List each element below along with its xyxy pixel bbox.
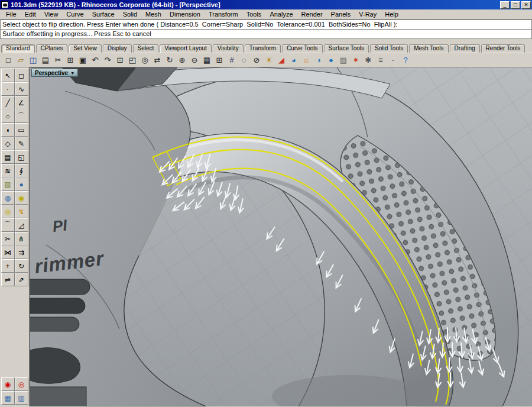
menu-analyze[interactable]: Analyze (265, 10, 297, 18)
viewport-menu-arrow-icon[interactable]: ▼ (70, 71, 74, 75)
command-prompt-line[interactable]: Select object to flip direction. Press E… (0, 20, 532, 30)
toolbar-button-save[interactable]: ◫ (27, 54, 39, 66)
menu-tools[interactable]: Tools (242, 10, 266, 18)
viewport-canvas[interactable]: PI rimmer (30, 67, 532, 406)
menu-v-ray[interactable]: V-Ray (355, 10, 381, 18)
sidebar-button-trim[interactable]: ✂ (1, 232, 15, 246)
sidebar-button-solid-sphere[interactable]: ● (15, 177, 28, 191)
tab-curve-tools[interactable]: Curve Tools (282, 44, 323, 53)
menu-surface[interactable]: Surface (88, 10, 119, 18)
toolbar-button-cut[interactable]: ✂ (52, 54, 64, 66)
menu-file[interactable]: File (2, 10, 21, 18)
toolbar-button-options[interactable]: ✱ (362, 54, 374, 66)
toolbar-button-sun[interactable]: ☼ (300, 54, 312, 66)
tab-select[interactable]: Select (133, 44, 159, 53)
sidebar-button-select-pointer[interactable]: ↖ (1, 69, 15, 82)
sidebar-button-explode[interactable]: ↯ (15, 205, 28, 218)
tab-render-tools[interactable]: Render Tools (481, 44, 525, 53)
toolbar-button-lamp[interactable]: ☀ (263, 54, 275, 66)
sidebar-button-grid-snap[interactable]: ▦ (1, 391, 15, 405)
toolbar-button-open-folder[interactable]: ▱ (15, 54, 27, 66)
toolbar-button-redo[interactable]: ↷ (102, 54, 113, 66)
sidebar-button-move[interactable]: + (1, 259, 15, 273)
tab-mesh-tools[interactable]: Mesh Tools (409, 44, 448, 53)
toolbar-button-zoom-extents[interactable]: ⊡ (114, 54, 126, 66)
toolbar-button-zoom-out[interactable]: ⊖ (189, 54, 200, 66)
toolbar-button-named-views[interactable]: ▦ (201, 54, 213, 66)
menu-mesh[interactable]: Mesh (141, 10, 166, 18)
menu-edit[interactable]: Edit (21, 10, 40, 18)
sidebar-button-edit-curve[interactable]: ✎ (15, 137, 28, 150)
tab-drafting[interactable]: Drafting (450, 44, 480, 53)
sidebar-button-circle[interactable]: ○ (1, 109, 15, 123)
tab-set-view[interactable]: Set View (69, 44, 101, 53)
sidebar-button-revolve[interactable]: ∮ (15, 164, 28, 177)
sidebar-button-boolean-union[interactable]: ◉ (15, 191, 28, 205)
menu-view[interactable]: View (40, 10, 63, 18)
toolbar-button-zoom-in[interactable]: ⊕ (176, 54, 188, 66)
sidebar-button-mirror[interactable]: ⇌ (1, 273, 15, 286)
minimize-button[interactable]: _ (500, 1, 510, 9)
toolbar-button-copy[interactable]: ⊞ (64, 54, 76, 66)
tab-visibility[interactable]: Visibility (213, 44, 244, 53)
sidebar-button-line[interactable]: ╱ (1, 96, 15, 109)
sidebar-button-polygon[interactable]: ◇ (1, 137, 15, 150)
menu-panels[interactable]: Panels (327, 10, 355, 18)
toolbar-button-print[interactable]: ▤ (40, 54, 51, 66)
sidebar-button-rotate[interactable]: ↻ (15, 259, 28, 273)
toolbar-button-record-history[interactable]: ∙ (387, 54, 399, 66)
sidebar-button-join[interactable]: ⋈ (1, 246, 15, 259)
sidebar-button-fillet[interactable]: ⌒ (1, 218, 15, 232)
tab-viewport-layout[interactable]: Viewport Layout (160, 44, 212, 53)
toolbar-button-lock-objects[interactable]: ⊘ (251, 54, 262, 66)
menu-transform[interactable]: Transform (205, 10, 242, 18)
toolbar-button-undo[interactable]: ↶ (89, 54, 101, 66)
sidebar-button-chamfer[interactable]: ◿ (15, 218, 28, 232)
toolbar-button-environment[interactable]: ◑ (313, 54, 325, 66)
perspective-viewport[interactable]: PI rimmer (30, 67, 532, 406)
toolbar-button-zoom-selected[interactable]: ◎ (139, 54, 151, 66)
sidebar-button-solid-cylinder[interactable]: ◍ (1, 191, 15, 205)
viewport-tab-perspective[interactable]: Perspective ▼ (31, 69, 78, 77)
toolbar-button-zoom-window[interactable]: ◰ (126, 54, 138, 66)
toolbar-button-new-file[interactable]: □ (2, 54, 14, 66)
sidebar-button-offset-curve[interactable]: ⇉ (15, 246, 28, 259)
toolbar-button-hide-objects[interactable]: ◌ (238, 54, 250, 66)
sidebar-button-rectangle[interactable]: ▭ (15, 123, 28, 137)
sidebar-button-split[interactable]: ⋔ (15, 232, 28, 246)
toolbar-button-texture-map[interactable]: ▨ (338, 54, 349, 66)
sidebar-button-polyline[interactable]: ∠ (15, 96, 28, 109)
sidebar-button-surface-from-curves[interactable]: ▤ (1, 150, 15, 164)
tab-solid-tools[interactable]: Solid Tools (370, 44, 408, 53)
menu-help[interactable]: Help (381, 10, 403, 18)
sidebar-button-solid-box[interactable]: ▧ (1, 177, 15, 191)
sidebar-button-boolean-difference[interactable]: ◎ (1, 205, 15, 218)
maximize-button[interactable]: □ (511, 1, 520, 9)
sidebar-button-selection-window[interactable]: ◻ (15, 69, 28, 82)
close-button[interactable]: ✕ (521, 1, 531, 9)
toolbar-button-pan-view[interactable]: ⇄ (151, 54, 163, 66)
tab-transform[interactable]: Transform (245, 44, 281, 53)
toolbar-button-rotate-view[interactable]: ↻ (164, 54, 176, 66)
menu-dimension[interactable]: Dimension (166, 10, 205, 18)
sidebar-button-surface-corner-points[interactable]: ◱ (15, 150, 28, 164)
toolbar-button-help[interactable]: ? (400, 54, 411, 66)
sidebar-button-loft[interactable]: ≋ (1, 164, 15, 177)
sidebar-button-curve-control-points[interactable]: ∿ (15, 82, 28, 96)
toolbar-button-viewport-layout[interactable]: ⊞ (213, 54, 225, 66)
sidebar-button-point[interactable]: ∙ (1, 82, 15, 96)
sidebar-button-planar-mode[interactable]: ▥ (15, 391, 28, 405)
tab-display[interactable]: Display (103, 44, 132, 53)
toolbar-button-render[interactable]: ◢ (275, 54, 287, 66)
sidebar-button-arc[interactable]: ⌒ (15, 109, 28, 123)
toolbar-button-paste[interactable]: ▣ (77, 54, 89, 66)
sidebar-button-ellipse[interactable]: ◖ (1, 123, 15, 137)
menu-render[interactable]: Render (297, 10, 327, 18)
toolbar-button-vray-render[interactable]: ✶ (350, 54, 362, 66)
toolbar-button-render-preview[interactable]: ◕ (288, 54, 300, 66)
tab-cplanes[interactable]: CPlanes (36, 44, 68, 53)
toolbar-button-material-ball[interactable]: ● (325, 54, 337, 66)
tab-surface-tools[interactable]: Surface Tools (324, 44, 369, 53)
menu-curve[interactable]: Curve (62, 10, 87, 18)
menu-solid[interactable]: Solid (119, 10, 141, 18)
